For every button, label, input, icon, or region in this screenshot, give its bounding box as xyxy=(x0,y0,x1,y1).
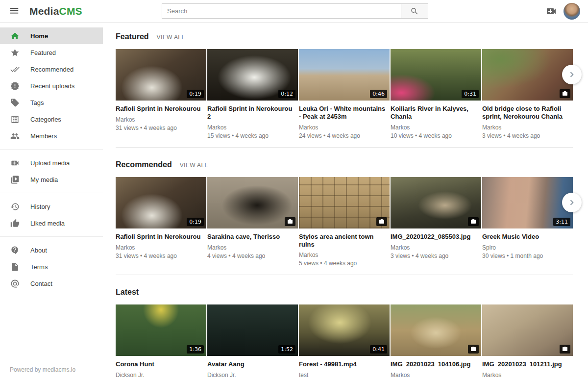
sidebar-item-upload-media[interactable]: Upload media xyxy=(0,154,103,171)
media-card-row: 0:19Rafioli Sprint in NerokourouMarkos31… xyxy=(116,177,573,267)
duration-badge: 0:31 xyxy=(462,90,479,98)
duration-badge: 0:19 xyxy=(187,90,204,98)
sidebar-item-label: Tags xyxy=(30,99,44,106)
avatar[interactable] xyxy=(564,3,580,20)
section-header: FeaturedVIEW ALL xyxy=(116,32,573,41)
help-icon xyxy=(10,245,20,255)
media-title: Forest - 49981.mp4 xyxy=(299,360,390,368)
sidebar-item-label: Categories xyxy=(30,116,61,123)
media-title: Koiliaris River in Kalyves, Chania xyxy=(391,105,481,121)
media-card[interactable]: 1:52Avatar AangDickson Jr.12 views • 1 w… xyxy=(207,304,298,380)
media-author[interactable]: Markos xyxy=(207,124,298,131)
media-thumbnail: 0:41 xyxy=(299,304,390,356)
media-card[interactable]: 0:41Forest - 49981.mp4test17 views • 3 w… xyxy=(299,304,390,380)
image-type-badge xyxy=(468,345,479,354)
media-author[interactable]: Markos xyxy=(482,124,573,131)
media-card[interactable]: 0:31Koiliaris River in Kalyves, ChaniaMa… xyxy=(391,49,481,139)
media-card[interactable]: Old bridge close to Rafioli sprint, Nero… xyxy=(482,49,573,139)
media-author[interactable]: Markos xyxy=(391,124,481,131)
media-card[interactable]: 1:36Corona HuntDickson Jr.6 views • 4 da… xyxy=(116,304,206,380)
sidebar-item-tags[interactable]: Tags xyxy=(0,94,103,111)
menu-button[interactable] xyxy=(8,5,21,17)
media-thumbnail xyxy=(207,177,298,228)
media-title: Greek Music Video xyxy=(482,233,573,241)
new-releases-icon xyxy=(10,81,20,91)
camera-icon xyxy=(287,219,293,225)
sidebar-item-liked-media[interactable]: Liked media xyxy=(0,215,103,231)
next-arrow-button[interactable] xyxy=(562,65,582,84)
media-author[interactable]: Spiro xyxy=(482,244,573,251)
logo[interactable]: MediaCMS xyxy=(29,0,82,22)
media-author[interactable]: Markos xyxy=(116,244,206,251)
sidebar-item-my-media[interactable]: My media xyxy=(0,171,103,188)
image-type-badge xyxy=(560,89,570,98)
next-arrow-button[interactable] xyxy=(562,193,582,212)
media-card[interactable]: IMG_20201023_101211.jpgMarkos4 views • 4… xyxy=(482,304,573,380)
sidebar-item-categories[interactable]: Categories xyxy=(0,111,103,127)
media-thumbnail xyxy=(482,49,573,101)
media-card[interactable]: IMG_20201023_104106.jpgMarkos4 views • 4… xyxy=(391,304,481,380)
media-meta: 15 views • 4 weeks ago xyxy=(207,132,298,139)
media-thumbnail xyxy=(391,177,481,228)
new-releases-icon xyxy=(10,81,20,91)
media-author[interactable]: test xyxy=(299,372,390,379)
star-icon xyxy=(10,48,20,57)
media-author[interactable]: Markos xyxy=(207,244,298,251)
search-input[interactable] xyxy=(162,3,401,19)
hamburger-icon xyxy=(9,5,20,16)
sidebar-item-recommended[interactable]: Recommended xyxy=(0,61,103,77)
help-icon xyxy=(10,246,20,255)
duration-badge: 0:12 xyxy=(278,90,295,98)
duration-badge: 0:19 xyxy=(187,218,204,226)
media-card[interactable]: 0:19Rafioli Sprint in NerokourouMarkos31… xyxy=(116,49,206,139)
media-card[interactable]: 0:19Rafioli Sprint in NerokourouMarkos31… xyxy=(116,177,206,267)
media-meta: 3 views • 4 weeks ago xyxy=(482,132,573,139)
media-meta: 4 views • 4 weeks ago xyxy=(207,253,298,259)
media-author[interactable]: Dickson Jr. xyxy=(207,372,298,379)
media-author[interactable]: Markos xyxy=(299,252,390,258)
home-icon xyxy=(10,31,20,41)
media-card[interactable]: Stylos area ancient town ruinsMarkos5 vi… xyxy=(299,177,390,267)
view-all-link[interactable]: VIEW ALL xyxy=(180,162,208,169)
logo-text-media: Media xyxy=(29,5,59,17)
search-button[interactable] xyxy=(401,3,428,19)
image-type-badge xyxy=(560,345,570,354)
media-card[interactable]: 0:46Leuka Ori - White mountains - Peak a… xyxy=(299,49,390,139)
sidebar-item-history[interactable]: History xyxy=(0,198,103,215)
media-thumbnail xyxy=(482,304,573,356)
sidebar-item-home[interactable]: Home xyxy=(0,27,103,44)
sidebar-item-contact[interactable]: Contact xyxy=(0,275,103,292)
media-title: Old bridge close to Rafioli sprint, Nero… xyxy=(482,105,573,121)
media-author[interactable]: Dickson Jr. xyxy=(116,372,206,379)
view-all-link[interactable]: VIEW ALL xyxy=(157,34,185,41)
media-meta: 24 views • 4 weeks ago xyxy=(299,132,390,139)
chevron-right-icon xyxy=(566,197,577,208)
media-card[interactable]: IMG_20201022_085503.jpgMarkos3 views • 4… xyxy=(391,177,481,267)
media-thumbnail: 3:11 xyxy=(482,177,573,228)
media-card[interactable]: 0:12Rafioli Sprint in Nerokourou 2Markos… xyxy=(207,49,298,139)
sidebar-item-members[interactable]: Members xyxy=(0,127,103,144)
media-author[interactable]: Markos xyxy=(116,116,206,123)
document-icon xyxy=(10,262,20,272)
media-meta: 30 views • 1 month ago xyxy=(482,253,573,259)
media-author[interactable]: Markos xyxy=(391,244,481,251)
media-author[interactable]: Markos xyxy=(299,124,390,131)
sidebar-divider xyxy=(0,193,103,193)
media-author[interactable]: Markos xyxy=(391,372,481,379)
sidebar-item-recent-uploads[interactable]: Recent uploads xyxy=(0,77,103,94)
sidebar-item-about[interactable]: About xyxy=(0,242,103,258)
media-author[interactable]: Markos xyxy=(482,372,573,379)
sidebar-item-label: Members xyxy=(30,132,57,140)
history-icon xyxy=(10,202,20,211)
media-title: Avatar Aang xyxy=(207,360,298,368)
upload-media-button[interactable] xyxy=(545,5,558,17)
media-thumbnail: 0:31 xyxy=(391,49,481,101)
media-thumbnail xyxy=(391,304,481,356)
media-card[interactable]: 3:11Greek Music VideoSpiro30 views • 1 m… xyxy=(482,177,573,267)
media-card[interactable]: Sarakina cave, TherissoMarkos4 views • 4… xyxy=(207,177,298,267)
media-title: Rafioli Sprint in Nerokourou xyxy=(116,105,206,113)
duration-badge: 1:52 xyxy=(278,345,295,354)
sidebar-item-featured[interactable]: Featured xyxy=(0,44,103,61)
sidebar-item-label: My media xyxy=(30,176,58,183)
sidebar-item-terms[interactable]: Terms xyxy=(0,258,103,275)
